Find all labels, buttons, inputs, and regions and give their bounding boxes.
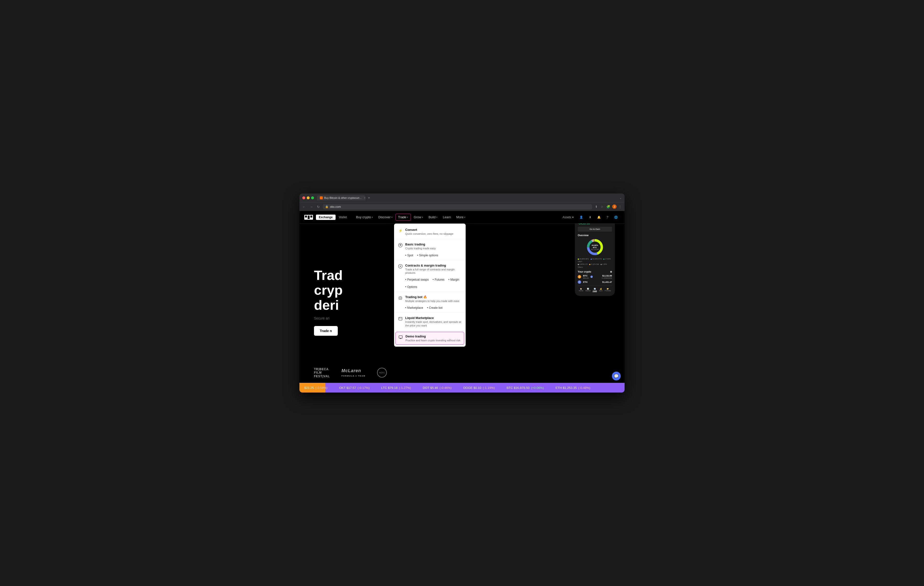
- spot-link[interactable]: Spot: [405, 254, 413, 257]
- trading-bot-icon: [398, 295, 403, 300]
- convert-icon: ⚡: [398, 228, 403, 233]
- tribeca-sponsor: TR|BECAFILMFEST|VAL: [314, 367, 330, 378]
- help-button[interactable]: ?: [605, 215, 610, 220]
- ticker-item-dot: DOT $5.46 (-0.46%): [423, 386, 452, 390]
- nav-item-build[interactable]: Build ▾: [426, 214, 440, 220]
- perpetual-swaps-link[interactable]: Perpetual swaps: [405, 278, 429, 281]
- contracts-content: Contracts & margin trading Trade a full …: [405, 264, 462, 275]
- overview-label: Overview: [578, 234, 612, 237]
- nav-item-learn[interactable]: Learn: [441, 214, 453, 220]
- url-bar[interactable]: 🔒 okx.com: [323, 204, 592, 210]
- donut-chart: 44.88% BTC $2,123.89: [578, 238, 612, 256]
- phone-nav-home[interactable]: 🏠Home: [579, 288, 583, 292]
- chat-button[interactable]: 💬: [612, 372, 621, 381]
- nav-item-grow[interactable]: Grow ▾: [411, 214, 426, 220]
- ticker-content: $21.25 (-0.58%) OKT $17.57 (-0.17%) LTC …: [299, 386, 595, 390]
- site-nav-items: Buy crypto ▾ Discover ▾ Trade ▾ Grow ▾ B…: [354, 214, 561, 221]
- phone-nav-trade[interactable]: 🔄Trade: [592, 288, 597, 292]
- download-button[interactable]: ⬇: [587, 215, 593, 220]
- minimize-traffic-light[interactable]: [307, 196, 310, 199]
- liquid-marketplace-title: Liquid Marketplace: [405, 316, 462, 320]
- mcfc-sponsor: MCFC: [377, 368, 387, 377]
- caret-icon: ▾: [464, 216, 465, 219]
- nav-item-more[interactable]: More ▾: [454, 214, 468, 220]
- ticker-item-ltc: LTC $79.18 (-1.27%): [381, 386, 411, 390]
- forward-button[interactable]: →: [309, 204, 314, 210]
- trade-now-button[interactable]: Trade n: [314, 326, 338, 336]
- profile-button[interactable]: 👤: [578, 215, 585, 220]
- ticker-bar: $21.25 (-0.58%) OKT $17.57 (-0.17%) LTC …: [299, 383, 625, 392]
- liquid-marketplace-desc: Instantly trade spot, derivatives, and s…: [405, 320, 462, 327]
- extensions-button[interactable]: 🧩: [606, 204, 611, 209]
- caret-icon: ▾: [391, 216, 393, 219]
- tab-title: Buy Bitcoin & other cryptocurr...: [324, 196, 361, 199]
- go-to-earn-button[interactable]: Go to Earn: [578, 227, 612, 232]
- fullscreen-traffic-light[interactable]: [311, 196, 314, 199]
- caret-icon: ▾: [372, 216, 373, 219]
- share-button[interactable]: ⬆: [594, 204, 599, 209]
- tab-bar: Buy Bitcoin & other cryptocurr... × +: [317, 195, 619, 200]
- demo-trading-desc: Practice and learn crypto investing with…: [406, 339, 462, 342]
- site-nav: Exchange Wallet Buy crypto ▾ Discover ▾ …: [299, 211, 625, 223]
- svg-point-17: [401, 298, 401, 299]
- reload-button[interactable]: ↻: [316, 204, 321, 210]
- contracts-subitems: Perpetual swaps Futures Margin Options: [394, 277, 465, 291]
- your-crypto-header: Your crypto ⊕: [578, 270, 612, 273]
- trading-bot-title: Trading bot 🔥: [405, 295, 462, 299]
- create-bot-link[interactable]: Create bot: [427, 306, 442, 310]
- nav-item-discover[interactable]: Discover ▾: [376, 214, 395, 220]
- ticker-item-1: $21.25 (-0.58%): [304, 386, 328, 390]
- title-bar: Buy Bitcoin & other cryptocurr... × + ⌄: [299, 194, 625, 202]
- notifications-button[interactable]: 🔔: [595, 215, 603, 220]
- trading-bot-content: Trading bot 🔥 Multiple strategies to hel…: [405, 295, 462, 303]
- futures-link[interactable]: Futures: [432, 278, 444, 281]
- liquid-marketplace-menu-item[interactable]: Liquid Marketplace Instantly trade spot,…: [394, 314, 465, 329]
- wallet-pill[interactable]: Wallet: [336, 215, 350, 220]
- simple-options-link[interactable]: Simple options: [417, 254, 438, 257]
- back-button[interactable]: ←: [301, 204, 307, 210]
- options-link[interactable]: Options: [405, 285, 417, 289]
- eth-item: Ξ ETH $1,431.47: [578, 280, 612, 284]
- main-content: Exchange Wallet Buy crypto ▾ Discover ▾ …: [299, 211, 625, 392]
- nav-right: Assets ▾ 👤 ⬇ 🔔 ? 🌐: [561, 215, 620, 220]
- caret-icon: ▾: [572, 215, 574, 219]
- donut-legend: 44.88% BTC 30.24% ETH 17.60% USDT 3.60% …: [578, 258, 612, 268]
- address-bar: ← → ↻ 🔒 okx.com ⬆ ☆ 🧩 J ⋮: [299, 202, 625, 211]
- assets-button[interactable]: Assets ▾: [561, 215, 576, 220]
- sponsors-section: TR|BECAFILMFEST|VAL McLaren FORMULA 1 TE…: [314, 367, 387, 378]
- margin-link[interactable]: Margin: [449, 278, 459, 281]
- nav-pills: Exchange Wallet: [316, 215, 350, 220]
- trading-bot-menu-item[interactable]: Trading bot 🔥 Multiple strategies to hel…: [394, 293, 465, 305]
- browser-tab[interactable]: Buy Bitcoin & other cryptocurr... ×: [317, 195, 365, 200]
- basic-trading-icon: [398, 243, 403, 248]
- svg-point-11: [400, 245, 401, 246]
- divider-5: [394, 331, 465, 331]
- nav-item-trade[interactable]: Trade ▾: [396, 214, 411, 221]
- phone-nav-market[interactable]: 📊Market: [585, 288, 591, 292]
- tab-close-button[interactable]: ×: [364, 197, 365, 199]
- convert-title: Convert: [405, 228, 462, 232]
- language-button[interactable]: 🌐: [612, 215, 620, 220]
- nav-item-buy-crypto[interactable]: Buy crypto ▾: [354, 214, 375, 220]
- caret-icon: ▾: [436, 216, 437, 219]
- svg-rect-3: [308, 217, 310, 219]
- close-traffic-light[interactable]: [302, 196, 305, 199]
- bookmark-button[interactable]: ☆: [600, 204, 604, 209]
- okx-logo[interactable]: [304, 215, 313, 220]
- contracts-margin-menu-item[interactable]: Contracts & margin trading Trade a full …: [394, 261, 465, 277]
- phone-nav-earn[interactable]: 💰Earn: [599, 288, 603, 292]
- marketplace-link[interactable]: Marketplace: [405, 306, 423, 310]
- phone-nav-portfolio[interactable]: 📁Portfolio: [605, 288, 611, 292]
- trade-dropdown: ⚡ Convert Quick conversion, zero fees, n…: [394, 223, 465, 347]
- basic-trading-menu-item[interactable]: Basic trading Crypto trading made easy: [394, 240, 465, 252]
- convert-menu-item[interactable]: ⚡ Convert Quick conversion, zero fees, n…: [394, 225, 465, 238]
- liquid-marketplace-icon: [398, 316, 403, 321]
- new-tab-button[interactable]: +: [366, 195, 371, 200]
- demo-trading-menu-item[interactable]: Demo trading Practice and learn crypto i…: [396, 332, 464, 345]
- exchange-pill[interactable]: Exchange: [316, 215, 336, 220]
- btc-icon: ₿: [578, 275, 581, 278]
- menu-button[interactable]: ⋮: [617, 204, 623, 209]
- user-avatar[interactable]: J: [612, 204, 617, 209]
- collapse-button[interactable]: ⌄: [619, 196, 622, 199]
- traffic-lights: [302, 196, 314, 199]
